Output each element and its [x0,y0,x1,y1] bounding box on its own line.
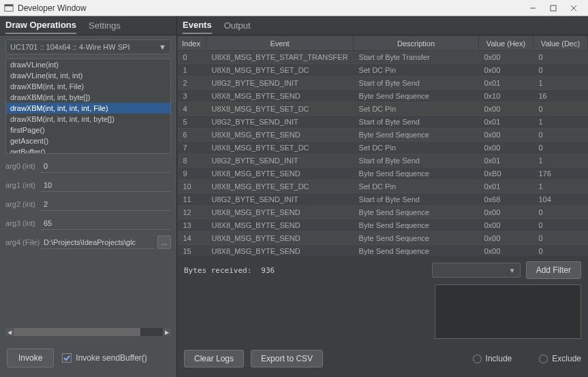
status-row: Bytes received: 936 ▼ Add Filter [177,256,588,284]
cell-dec: 0 [533,245,588,257]
exclude-radio[interactable]: Exclude [539,354,581,363]
filter-area [184,284,581,339]
titlebar: Developer Window [0,0,588,16]
function-item[interactable]: drawVLine(int, int, int) [6,70,170,81]
arg-input[interactable] [41,197,171,211]
cell-dec: 104 [533,193,588,206]
table-row[interactable]: 9U8X8_MSG_BYTE_SENDByte Send Sequence0xB… [178,167,588,180]
table-row[interactable]: 4U8X8_MSG_BYTE_SET_DCSet DC Pin0x000 [178,103,588,116]
arg-label: arg0 (int) [5,162,41,170]
browse-button[interactable]: ... [157,235,171,249]
cell-dec: 1 [533,154,588,167]
arg-input[interactable] [41,178,171,192]
table-row[interactable]: 2U8G2_BYTE_SEND_INITStart of Byte Send0x… [178,77,588,90]
close-button[interactable] [563,1,584,16]
th-value-dec[interactable]: Value (Dec) [533,36,588,51]
maximize-button[interactable] [543,1,563,16]
radio-icon [473,355,482,363]
table-row[interactable]: 6U8X8_MSG_BYTE_SENDByte Send Sequence0x0… [178,129,588,142]
include-radio[interactable]: Include [473,354,512,363]
clear-logs-button[interactable]: Clear Logs [184,350,244,367]
events-table[interactable]: Index Event Description Value (Hex) Valu… [177,35,588,256]
cell-evt: U8X8_MSG_BYTE_START_TRANSFER [206,51,354,64]
cell-idx: 1 [178,64,206,77]
svg-rect-1 [5,4,13,6]
scroll-thumb[interactable] [14,328,140,336]
cell-hex: 0x68 [479,193,533,206]
scroll-track[interactable] [14,328,163,336]
arg-input[interactable] [41,216,171,230]
horizontal-scrollbar[interactable]: ◀ ▶ [5,328,171,336]
table-row[interactable]: 7U8X8_MSG_BYTE_SET_DCSet DC Pin0x000 [178,142,588,154]
filter-combo[interactable]: ▼ [432,263,521,278]
table-row[interactable]: 8U8G2_BYTE_SEND_INITStart of Byte Send0x… [178,154,588,167]
cell-idx: 11 [178,193,206,206]
table-row[interactable]: 13U8X8_MSG_BYTE_SENDByte Send Sequence0x… [178,219,588,232]
cell-desc: Set DC Pin [354,103,479,116]
window-title: Developer Window [18,3,523,13]
events-table-wrap: Index Event Description Value (Hex) Valu… [177,35,588,256]
tab-output[interactable]: Output [224,18,251,33]
minimize-button[interactable] [523,1,543,16]
function-list[interactable]: drawVLine(int)drawVLine(int, int, int)dr… [5,59,171,154]
display-combo-value: UC1701 :: 104x64 :: 4-Wire HW SPI [10,43,129,51]
function-item[interactable]: drawXBM(int, int, int, int, byte[]) [6,114,170,125]
table-row[interactable]: 10U8X8_MSG_BYTE_SET_DCSet DC Pin0x011 [178,180,588,193]
table-row[interactable]: 15U8X8_MSG_BYTE_SENDByte Send Sequence0x… [178,245,588,257]
arg-row: arg1 (int) [5,178,171,192]
cell-dec: 0 [533,219,588,232]
function-item[interactable]: drawXBM(int, int, int, int, File) [6,103,170,114]
function-item[interactable]: firstPage() [6,125,170,135]
cell-idx: 3 [178,90,206,103]
table-row[interactable]: 5U8G2_BYTE_SEND_INITStart of Byte Send0x… [178,116,588,129]
th-event[interactable]: Event [206,36,354,51]
function-item[interactable]: drawXBM(int, int, File) [6,81,170,92]
cell-desc: Set DC Pin [354,180,479,193]
cell-dec: 0 [533,64,588,77]
th-index[interactable]: Index [178,36,206,51]
invoke-button[interactable]: Invoke [7,348,54,367]
cell-desc: Start of Byte Send [354,77,479,90]
export-csv-button[interactable]: Export to CSV [251,350,323,367]
add-filter-button[interactable]: Add Filter [526,261,581,279]
function-item[interactable]: getBuffer() [6,146,170,154]
filter-list[interactable] [435,284,581,339]
cell-dec: 1 [533,77,588,90]
checkbox-icon [62,353,72,363]
arg-input[interactable] [41,159,171,173]
function-item[interactable]: getAscent() [6,135,170,146]
table-row[interactable]: 1U8X8_MSG_BYTE_SET_DCSet DC Pin0x000 [178,64,588,77]
function-item[interactable]: drawXBM(int, int, byte[]) [6,92,170,103]
cell-idx: 0 [178,51,206,64]
cell-idx: 15 [178,245,206,257]
arg-input[interactable] [41,235,155,249]
scroll-left-icon[interactable]: ◀ [5,328,14,336]
tab-draw-operations[interactable]: Draw Operations [5,17,76,34]
table-row[interactable]: 0U8X8_MSG_BYTE_START_TRANSFERStart of By… [178,51,588,64]
th-value-hex[interactable]: Value (Hex) [479,36,533,51]
arg-row: arg4 (File)... [5,235,171,249]
function-item[interactable]: drawVLine(int) [6,59,170,70]
tab-events[interactable]: Events [183,17,212,34]
table-row[interactable]: 12U8X8_MSG_BYTE_SENDByte Send Sequence0x… [178,206,588,219]
cell-desc: Start of Byte Send [354,193,479,206]
table-row[interactable]: 14U8X8_MSG_BYTE_SENDByte Send Sequence0x… [178,232,588,245]
tab-settings[interactable]: Settings [89,18,121,33]
cell-dec: 0 [533,206,588,219]
invoke-sendbuffer-check[interactable]: Invoke sendBuffer() [62,353,147,363]
left-panel: Draw Operations Settings UC1701 :: 104x6… [0,16,177,377]
cell-idx: 2 [178,77,206,90]
cell-desc: Byte Send Sequence [354,245,479,257]
cell-idx: 8 [178,154,206,167]
th-description[interactable]: Description [354,36,479,51]
invoke-sendbuffer-label: Invoke sendBuffer() [76,353,147,363]
table-row[interactable]: 11U8G2_BYTE_SEND_INITStart of Byte Send0… [178,193,588,206]
cell-desc: Byte Send Sequence [354,90,479,103]
cell-hex: 0x00 [479,142,533,154]
cell-desc: Start of Byte Send [354,116,479,129]
bytes-received-label: Bytes received: [184,266,251,275]
scroll-right-icon[interactable]: ▶ [163,328,171,336]
table-row[interactable]: 3U8X8_MSG_BYTE_SENDByte Send Sequence0x1… [178,90,588,103]
cell-desc: Byte Send Sequence [354,129,479,142]
display-combo[interactable]: UC1701 :: 104x64 :: 4-Wire HW SPI ▼ [5,39,171,54]
